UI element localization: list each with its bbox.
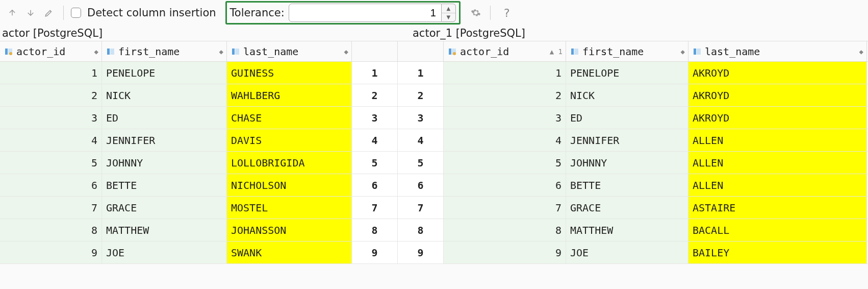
row-number-row: 8 8 bbox=[352, 219, 444, 242]
table-row[interactable]: 4 JENNIFER DAVIS bbox=[0, 129, 352, 152]
table-row[interactable]: 5 JOHNNY ALLEN bbox=[444, 152, 868, 174]
row-number-row: 6 6 bbox=[352, 174, 444, 197]
spinner-up-icon[interactable]: ▲ bbox=[442, 4, 455, 13]
cell-last-name[interactable]: NICHOLSON bbox=[227, 174, 352, 196]
cell-first-name[interactable]: BETTE bbox=[566, 174, 688, 196]
svg-rect-5 bbox=[232, 49, 235, 55]
prev-diff-button[interactable] bbox=[5, 6, 19, 20]
cell-last-name[interactable]: AKROYD bbox=[688, 84, 867, 106]
cell-last-name[interactable]: AKROYD bbox=[688, 62, 867, 84]
table-row[interactable]: 7 GRACE ASTAIRE bbox=[444, 197, 868, 219]
cell-first-name[interactable]: JOE bbox=[566, 242, 688, 263]
cell-first-name[interactable]: JOHNNY bbox=[102, 152, 227, 174]
cell-last-name[interactable]: ASTAIRE bbox=[688, 197, 867, 219]
detect-column-insertion-checkbox[interactable] bbox=[71, 8, 81, 18]
col-header-actor-id-left[interactable]: actor_id ◆ bbox=[0, 41, 102, 61]
cell-last-name[interactable]: SWANK bbox=[227, 242, 352, 263]
tolerance-input[interactable] bbox=[289, 4, 442, 22]
table-row[interactable]: 8 MATTHEW JOHANSSON bbox=[0, 219, 352, 242]
cell-first-name[interactable]: MATTHEW bbox=[102, 219, 227, 241]
cell-first-name[interactable]: JOE bbox=[102, 242, 227, 263]
cell-actor-id[interactable]: 2 bbox=[444, 84, 566, 106]
row-number-right: 7 bbox=[398, 197, 444, 219]
cell-actor-id[interactable]: 7 bbox=[444, 197, 566, 219]
cell-actor-id[interactable]: 3 bbox=[444, 107, 566, 129]
next-diff-button[interactable] bbox=[23, 6, 38, 20]
row-number-left: 8 bbox=[352, 219, 398, 241]
col-header-first-name-left[interactable]: first_name ◆ bbox=[102, 41, 227, 61]
cell-actor-id[interactable]: 9 bbox=[0, 242, 102, 263]
svg-rect-4 bbox=[110, 49, 114, 55]
table-row[interactable]: 7 GRACE MOSTEL bbox=[0, 197, 352, 219]
cell-actor-id[interactable]: 6 bbox=[0, 174, 102, 196]
cell-first-name[interactable]: JENNIFER bbox=[566, 129, 688, 151]
cell-first-name[interactable]: GRACE bbox=[102, 197, 227, 219]
tolerance-spinner[interactable]: ▲ ▼ bbox=[442, 4, 456, 22]
table-row[interactable]: 3 ED CHASE bbox=[0, 107, 352, 129]
svg-rect-12 bbox=[694, 49, 696, 55]
cell-actor-id[interactable]: 1 bbox=[444, 62, 566, 84]
cell-first-name[interactable]: NICK bbox=[102, 84, 227, 106]
table-row[interactable]: 1 PENELOPE AKROYD bbox=[444, 62, 868, 84]
svg-rect-0 bbox=[5, 49, 8, 55]
cell-last-name[interactable]: CHASE bbox=[227, 107, 352, 129]
table-row[interactable]: 6 BETTE ALLEN bbox=[444, 174, 868, 197]
cell-last-name[interactable]: DAVIS bbox=[227, 129, 352, 151]
cell-first-name[interactable]: ED bbox=[102, 107, 227, 129]
cell-last-name[interactable]: MOSTEL bbox=[227, 197, 352, 219]
cell-first-name[interactable]: GRACE bbox=[566, 197, 688, 219]
spinner-down-icon[interactable]: ▼ bbox=[442, 13, 455, 22]
cell-first-name[interactable]: JOHNNY bbox=[566, 152, 688, 174]
col-header-first-name-right[interactable]: first_name ◆ bbox=[566, 41, 688, 61]
cell-actor-id[interactable]: 5 bbox=[0, 152, 102, 174]
table-row[interactable]: 2 NICK WAHLBERG bbox=[0, 84, 352, 107]
cell-last-name[interactable]: WAHLBERG bbox=[227, 84, 352, 106]
cell-last-name[interactable]: JOHANSSON bbox=[227, 219, 352, 241]
cell-actor-id[interactable]: 5 bbox=[444, 152, 566, 174]
cell-first-name[interactable]: PENELOPE bbox=[102, 62, 227, 84]
cell-actor-id[interactable]: 9 bbox=[444, 242, 566, 263]
table-row[interactable]: 1 PENELOPE GUINESS bbox=[0, 62, 352, 84]
cell-last-name[interactable]: LOLLOBRIGIDA bbox=[227, 152, 352, 174]
table-row[interactable]: 3 ED AKROYD bbox=[444, 107, 868, 129]
edit-button[interactable] bbox=[42, 6, 56, 20]
svg-rect-3 bbox=[107, 49, 110, 55]
col-header-last-name-left[interactable]: last_name ◆ bbox=[227, 41, 352, 61]
cell-last-name[interactable]: BACALL bbox=[688, 219, 867, 241]
cell-first-name[interactable]: NICK bbox=[566, 84, 688, 106]
help-button[interactable]: ? bbox=[500, 6, 514, 20]
col-header-last-name-right[interactable]: last_name ◆ bbox=[688, 41, 867, 61]
cell-first-name[interactable]: MATTHEW bbox=[566, 219, 688, 241]
cell-actor-id[interactable]: 3 bbox=[0, 107, 102, 129]
row-number-row: 5 5 bbox=[352, 152, 444, 174]
col-header-actor-id-right[interactable]: actor_id ▲ 1 bbox=[444, 41, 566, 61]
cell-actor-id[interactable]: 4 bbox=[0, 129, 102, 151]
cell-first-name[interactable]: JENNIFER bbox=[102, 129, 227, 151]
cell-first-name[interactable]: BETTE bbox=[102, 174, 227, 196]
cell-actor-id[interactable]: 8 bbox=[0, 219, 102, 241]
row-number-row: 2 2 bbox=[352, 84, 444, 107]
table-row[interactable]: 8 MATTHEW BACALL bbox=[444, 219, 868, 242]
cell-first-name[interactable]: PENELOPE bbox=[566, 62, 688, 84]
cell-last-name[interactable]: ALLEN bbox=[688, 152, 867, 174]
cell-first-name[interactable]: ED bbox=[566, 107, 688, 129]
table-row[interactable]: 5 JOHNNY LOLLOBRIGIDA bbox=[0, 152, 352, 174]
cell-actor-id[interactable]: 8 bbox=[444, 219, 566, 241]
cell-last-name[interactable]: ALLEN bbox=[688, 129, 867, 151]
table-row[interactable]: 9 JOE BAILEY bbox=[444, 242, 868, 264]
cell-last-name[interactable]: BAILEY bbox=[688, 242, 867, 263]
cell-actor-id[interactable]: 7 bbox=[0, 197, 102, 219]
cell-last-name[interactable]: AKROYD bbox=[688, 107, 867, 129]
cell-actor-id[interactable]: 1 bbox=[0, 62, 102, 84]
cell-last-name[interactable]: ALLEN bbox=[688, 174, 867, 196]
table-row[interactable]: 2 NICK AKROYD bbox=[444, 84, 868, 107]
table-row[interactable]: 6 BETTE NICHOLSON bbox=[0, 174, 352, 197]
cell-actor-id[interactable]: 4 bbox=[444, 129, 566, 151]
settings-button[interactable] bbox=[469, 6, 483, 20]
separator bbox=[63, 6, 64, 20]
cell-last-name[interactable]: GUINESS bbox=[227, 62, 352, 84]
cell-actor-id[interactable]: 6 bbox=[444, 174, 566, 196]
table-row[interactable]: 9 JOE SWANK bbox=[0, 242, 352, 264]
table-row[interactable]: 4 JENNIFER ALLEN bbox=[444, 129, 868, 152]
cell-actor-id[interactable]: 2 bbox=[0, 84, 102, 106]
